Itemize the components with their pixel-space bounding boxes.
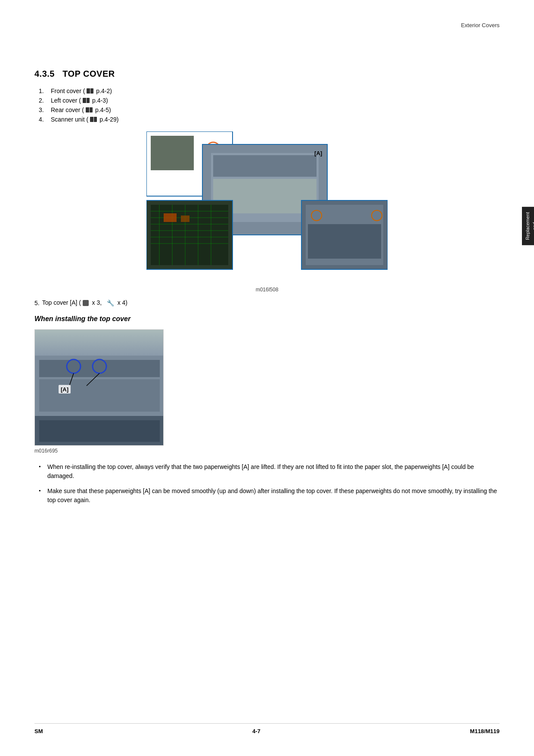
svg-line-2 xyxy=(319,166,323,200)
svg-rect-49 xyxy=(39,420,160,442)
svg-rect-10 xyxy=(213,155,317,177)
section-name: TOP COVER xyxy=(62,69,115,78)
svg-line-3 xyxy=(233,218,267,222)
book-icon xyxy=(90,117,97,122)
list-item: Front cover (p.4-2) xyxy=(39,87,500,94)
svg-rect-9 xyxy=(211,153,319,222)
svg-rect-13 xyxy=(146,200,233,269)
side-tab: Replacement and Adjustment xyxy=(522,207,534,245)
svg-rect-15 xyxy=(151,205,228,265)
top-cover-install-image: [A] xyxy=(34,329,164,446)
section-number: 4.3.5 xyxy=(34,69,55,78)
svg-text:[A]: [A] xyxy=(314,150,322,156)
svg-rect-8 xyxy=(202,144,327,235)
svg-rect-5 xyxy=(151,136,194,170)
bullet-item: Make sure that these paperweights [A] ca… xyxy=(39,487,500,505)
connector-svg: [A] xyxy=(146,131,388,278)
list-item: Rear cover (p.4-5) xyxy=(39,106,500,113)
book-icon xyxy=(83,98,90,103)
svg-rect-44 xyxy=(143,332,162,353)
svg-rect-38 xyxy=(52,332,65,353)
footer: SM 4-7 M118/M119 xyxy=(34,723,500,734)
side-tab-line1: Replacement xyxy=(525,212,531,240)
section-title: 4.3.5 TOP COVER xyxy=(34,69,500,79)
svg-rect-41 xyxy=(97,332,110,353)
svg-rect-30 xyxy=(301,200,388,269)
step5-number: 5. xyxy=(34,300,40,306)
svg-rect-29 xyxy=(301,200,388,269)
svg-rect-7 xyxy=(202,144,327,235)
step5: 5. Top cover [A] ( x 3, 🔧 x 4) xyxy=(34,299,500,306)
footer-center: 4-7 xyxy=(252,728,261,734)
svg-rect-31 xyxy=(306,205,383,265)
header-section-title: Exterior Covers xyxy=(461,22,500,28)
image2-caption: m016r695 xyxy=(34,448,58,454)
side-tab-line2: and xyxy=(531,222,534,230)
book-icon xyxy=(86,107,93,112)
svg-rect-28 xyxy=(181,216,189,222)
footer-left: SM xyxy=(34,728,43,734)
svg-text:[A]: [A] xyxy=(61,386,68,393)
svg-rect-14 xyxy=(146,200,233,269)
bullet-item: When re-installing the top cover, always… xyxy=(39,462,500,481)
svg-line-1 xyxy=(233,196,258,209)
step5-text: Top cover [A] ( x 3, 🔧 x 4) xyxy=(42,299,127,306)
wrench-icon: 🔧 xyxy=(107,300,114,306)
svg-point-33 xyxy=(372,210,382,221)
book-icon xyxy=(87,88,93,94)
bullet-list: When re-installing the top cover, always… xyxy=(34,462,500,505)
svg-rect-27 xyxy=(164,213,177,222)
svg-rect-43 xyxy=(127,332,140,353)
sub-section-text: When installing the top cover xyxy=(34,315,130,322)
svg-point-6 xyxy=(207,142,220,155)
svg-rect-4 xyxy=(146,131,233,196)
svg-rect-36 xyxy=(35,330,164,356)
svg-rect-42 xyxy=(112,332,125,353)
svg-rect-34 xyxy=(308,224,381,259)
footer-right: M118/M119 xyxy=(470,728,500,734)
svg-rect-46 xyxy=(39,360,160,377)
svg-line-0 xyxy=(233,164,267,166)
section-heading: 4.3.5 TOP COVER xyxy=(34,69,500,79)
list-item: Left cover (p.4-3) xyxy=(39,97,500,104)
main-image-area: [A] xyxy=(34,131,500,278)
caption-text: m016l508 xyxy=(256,287,279,293)
prereq-list: Front cover (p.4-2) Left cover (p.4-3) R… xyxy=(34,87,500,123)
bullet-item-text: Make sure that these paperweights [A] ca… xyxy=(47,487,497,503)
screw-icon xyxy=(83,300,89,306)
install-svg: [A] xyxy=(35,330,164,446)
section-title-text: Exterior Covers xyxy=(461,22,500,28)
second-image-area: [A] m016r695 xyxy=(34,329,500,454)
caption2-text: m016r695 xyxy=(34,448,58,454)
svg-rect-39 xyxy=(67,332,80,353)
svg-rect-47 xyxy=(39,379,160,412)
composite-image: [A] xyxy=(146,131,388,278)
list-item: Scanner unit (p.4-29) xyxy=(39,116,500,123)
svg-rect-37 xyxy=(37,332,50,353)
image1-caption: m016l508 xyxy=(34,287,500,293)
sub-section-title: When installing the top cover xyxy=(34,315,500,323)
svg-point-32 xyxy=(311,210,322,221)
svg-rect-40 xyxy=(82,332,95,353)
bullet-item-text: When re-installing the top cover, always… xyxy=(47,463,474,479)
svg-rect-11 xyxy=(213,179,317,213)
